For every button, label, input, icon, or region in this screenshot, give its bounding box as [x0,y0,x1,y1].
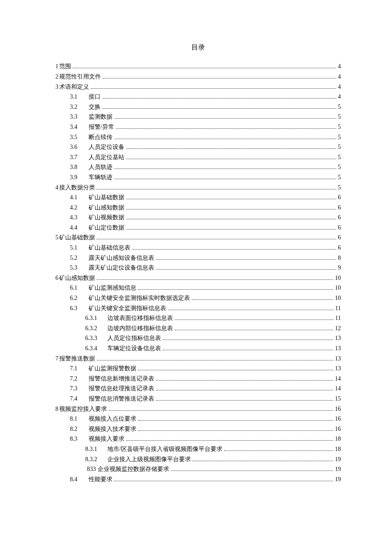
toc-entry[interactable]: 3.8人员轨迹5 [55,163,341,171]
toc-entry[interactable]: 8.1视频接入点位要求16 [55,415,341,423]
toc-entry[interactable]: 3术语和定义4 [55,83,341,91]
toc-page-number: 11 [335,314,341,323]
toc-entry[interactable]: 5.2露天矿山感知设备信息表8 [55,254,341,262]
toc-leader-dots [224,446,333,451]
toc-entry[interactable]: 4.2矿山感知数据6 [55,203,341,212]
toc-entry[interactable]: 833 企业视频监控数据存储要求19 [55,465,341,474]
toc-page-number: 16 [335,415,341,423]
toc-entry[interactable]: 7.3报警信息处理推送记录表14 [55,384,341,393]
toc-page-number: 5 [338,163,341,171]
toc-label: 3.6人员定位设备 [70,143,124,151]
toc-entry[interactable]: 8.2视频接入技术要求16 [55,425,341,433]
toc-entry[interactable]: 5矿山基础数据6 [55,233,341,242]
toc-entry[interactable]: 4.3矿山视频数据6 [55,213,341,222]
toc-page-number: 13 [335,344,341,353]
toc-entry-text: 边坡内部位移指标信息表 [107,325,173,331]
toc-leader-dots [97,275,333,280]
toc-label: 6矿山感知数据 [55,274,95,282]
toc-leader-dots [163,335,333,340]
toc-entry-number: 3.3 [70,113,87,121]
toc-entry[interactable]: 5.3露天矿山定位设备信息表9 [55,264,341,272]
toc-label: 3.5断点续传 [70,133,112,142]
toc-leader-dots [114,164,336,169]
toc-entry-text: 接口 [89,93,101,100]
toc-entry-number: 7.4 [70,395,87,403]
toc-entry[interactable]: 6.3矿山关键安全监测指标信息表11 [55,304,341,313]
toc-leader-dots [138,416,333,421]
toc-entry[interactable]: 6.1矿山监测感知信息10 [55,284,341,292]
document-page: 目录 1范围42规范性引用文件43术语和定义43.1接口43.2交换53.3监测… [0,0,392,555]
toc-entry[interactable]: 7.4报警信息消警推送记录表15 [55,395,341,403]
toc-label: 3.3监测数据 [70,113,112,121]
toc-page-number: 19 [335,455,341,464]
toc-entry[interactable]: 8.4性能要求19 [55,475,341,484]
toc-label: 4接入数据分类 [55,183,95,192]
toc-entry[interactable]: 8视频监控接入要求16 [55,405,341,413]
toc-label: 8.3.2企业接入上级视频图像平台要求 [85,455,191,464]
toc-entry-text: 地市/区县级平台接入省级视频图像平台要求 [107,446,222,452]
toc-leader-dots [132,244,336,250]
toc-entry-text: 范围 [59,63,71,70]
toc-entry-number: 6 [55,275,58,281]
toc-entry[interactable]: 3.9车辆轨迹5 [55,173,341,182]
toc-entry[interactable]: 6.3.2边坡内部位移指标信息表12 [55,324,341,333]
toc-entry[interactable]: 3.2交换5 [55,103,341,111]
toc-leader-dots [97,184,336,189]
toc-page-number: 5 [338,103,341,111]
toc-leader-dots [103,73,336,78]
toc-entry[interactable]: 3.7人员定位基站5 [55,153,341,162]
toc-entry[interactable]: 8.3.1地市/区县级平台接入省级视频图像平台要求18 [55,445,341,453]
toc-entry-text: 车辆定位设备信息表 [107,345,161,352]
toc-page-number: 9 [338,264,341,272]
toc-label: 8.4性能要求 [70,475,112,484]
toc-entry-number: 4.2 [70,203,87,212]
toc-label: 7.4报警信息消警推送记录表 [70,395,154,403]
toc-entry-number: 7 [55,355,58,362]
toc-entry[interactable]: 6.3.3人员定位指标信息表13 [55,334,341,343]
toc-entry[interactable]: 5.1矿山基础信息表6 [55,244,341,252]
toc-entry[interactable]: 4.4矿山定位数据6 [55,224,341,232]
toc-entry[interactable]: 3.4报警/异常5 [55,123,341,131]
toc-entry[interactable]: 7.1矿山监测报警数据13 [55,364,341,373]
toc-entry[interactable]: 8.3视频接入要求18 [55,435,341,443]
toc-leader-dots [171,466,334,471]
toc-leader-dots [114,113,336,119]
toc-entry-number: 3 [55,84,58,90]
toc-page-number: 5 [338,173,341,182]
toc-entry-text: 露天矿山定位设备信息表 [89,264,154,271]
toc-entry[interactable]: 4接入数据分类5 [55,183,341,192]
toc-entry-text: 交换 [89,104,101,110]
toc-entry[interactable]: 3.6人员定位设备5 [55,143,341,151]
toc-entry[interactable]: 4.1矿山基础数据6 [55,193,341,202]
toc-entry[interactable]: 8.3.2企业接入上级视频图像平台要求19 [55,455,341,464]
toc-page-number: 15 [335,395,341,403]
toc-entry[interactable]: 7报警推送数据13 [55,355,341,363]
toc-label: 3.8人员轨迹 [70,163,112,171]
toc-leader-dots [97,234,336,239]
toc-page-number: 4 [338,73,341,81]
toc-leader-dots [126,436,333,441]
table-of-contents: 1范围42规范性引用文件43术语和定义43.1接口43.2交换53.3监测数据5… [55,62,341,483]
toc-leader-dots [175,325,333,330]
toc-entry[interactable]: 2规范性引用文件4 [55,73,341,81]
toc-entry[interactable]: 6.2矿山关键安全监测指标实时数据选定表10 [55,294,341,302]
toc-leader-dots [126,224,336,230]
toc-entry[interactable]: 3.3监测数据5 [55,113,341,121]
toc-label: 2规范性引用文件 [55,73,101,81]
toc-page-number: 5 [338,183,341,192]
toc-label: 833 企业视频监控数据存储要求 [85,465,169,474]
toc-entry[interactable]: 3.1接口4 [55,93,341,101]
toc-entry[interactable]: 6矿山感知数据10 [55,274,341,282]
toc-page-number: 5 [338,133,341,142]
toc-entry[interactable]: 1范围4 [55,62,341,71]
toc-entry-text: 报警信息新增推送记录表 [89,375,154,382]
toc-entry[interactable]: 6.3.1边坡表面位移指标信息表11 [55,314,341,323]
toc-page-number: 6 [338,203,341,212]
toc-entry[interactable]: 6.3.4车辆定位设备信息表13 [55,344,341,353]
toc-entry[interactable]: 3.5断点续传5 [55,133,341,142]
toc-entry[interactable]: 7.2报警信息新增推送记录表14 [55,375,341,383]
toc-entry-text: 性能要求 [89,476,112,482]
toc-entry-text: 视频接入点位要求 [89,416,136,422]
toc-entry-number: 5 [55,234,58,241]
toc-page-number: 13 [335,355,341,363]
